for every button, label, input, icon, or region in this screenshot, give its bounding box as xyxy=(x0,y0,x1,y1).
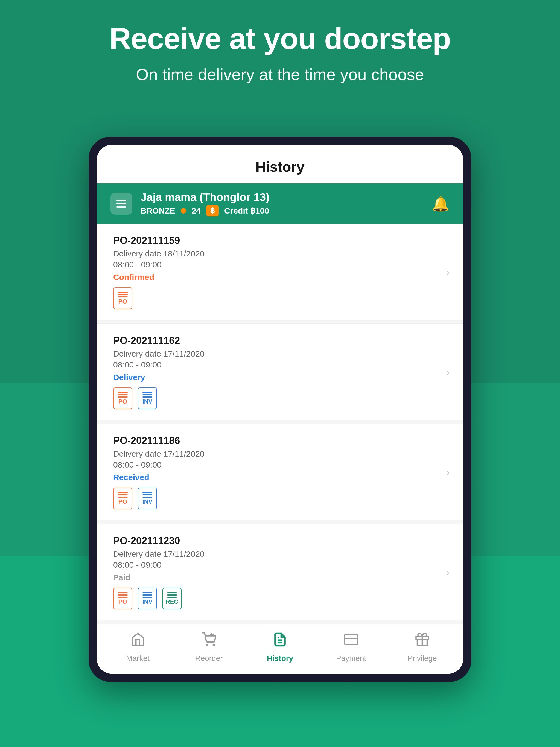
nav-item-history[interactable]: History xyxy=(255,632,305,663)
order-id: PO-202111159 xyxy=(113,235,447,247)
badge-bronze: BRONZE xyxy=(141,206,175,215)
order-id: PO-202111230 xyxy=(113,535,447,547)
order-item[interactable]: PO-202111230 Delivery date 17/11/2020 08… xyxy=(97,524,463,620)
order-time: 08:00 - 09:00 xyxy=(113,360,447,369)
order-status: Confirmed xyxy=(113,273,447,282)
home-icon xyxy=(130,632,145,650)
svg-point-0 xyxy=(206,644,208,646)
order-id: PO-202111186 xyxy=(113,435,447,446)
history-icon xyxy=(273,632,287,650)
doc-lines xyxy=(118,392,128,397)
chevron-right-icon: › xyxy=(446,466,450,479)
doc-lines xyxy=(167,592,177,598)
po-doc-icon[interactable]: PO xyxy=(113,588,132,610)
inv-doc-icon[interactable]: INV xyxy=(138,488,157,509)
doc-icons: PO INV xyxy=(113,588,447,610)
order-time: 08:00 - 09:00 xyxy=(113,460,447,469)
order-item[interactable]: PO-202111159 Delivery date 18/11/2020 08… xyxy=(97,224,463,320)
doc-label: PO xyxy=(119,398,127,405)
doc-label: REC xyxy=(166,599,178,605)
order-status: Received xyxy=(113,473,447,482)
doc-lines xyxy=(118,592,128,598)
app-title: History xyxy=(113,159,447,175)
nav-label-history: History xyxy=(267,654,293,663)
nav-item-payment[interactable]: Payment xyxy=(327,632,376,663)
doc-lines xyxy=(143,492,152,498)
store-meta: BRONZE 24 ฿ Credit ฿100 xyxy=(141,205,269,216)
doc-lines xyxy=(143,392,152,397)
doc-label: PO xyxy=(119,599,127,605)
credit-icon: ฿ xyxy=(206,205,219,216)
device-screen: History Jaja mama (Thonglor 13) BRONZE xyxy=(97,145,463,674)
nav-item-market[interactable]: Market xyxy=(113,632,162,663)
inv-doc-icon[interactable]: INV xyxy=(138,588,157,610)
svg-rect-4 xyxy=(344,635,358,644)
rec-doc-icon[interactable]: REC xyxy=(162,588,182,610)
doc-label: INV xyxy=(143,599,153,605)
inv-doc-icon[interactable]: INV xyxy=(138,387,157,409)
points-dot xyxy=(181,208,186,213)
svg-point-1 xyxy=(213,644,215,646)
store-bar-left: Jaja mama (Thonglor 13) BRONZE 24 ฿ Cred… xyxy=(110,191,269,216)
nav-item-privilege[interactable]: Privilege xyxy=(398,632,447,663)
payment-icon xyxy=(344,632,358,650)
points-value: 24 xyxy=(192,206,201,215)
nav-label-payment: Payment xyxy=(336,654,366,663)
po-doc-icon[interactable]: PO xyxy=(113,387,132,409)
hero-section: Receive at you doorstep On time delivery… xyxy=(0,22,560,86)
doc-label: PO xyxy=(119,499,127,505)
doc-icons: PO INV xyxy=(113,488,447,509)
menu-line-2 xyxy=(117,203,126,204)
chevron-right-icon: › xyxy=(446,266,450,278)
credit-label: Credit ฿100 xyxy=(224,206,269,215)
doc-lines xyxy=(118,492,128,498)
order-id: PO-202111162 xyxy=(113,335,447,346)
device-wrapper: History Jaja mama (Thonglor 13) BRONZE xyxy=(88,137,472,682)
order-status: Delivery xyxy=(113,373,447,382)
order-date: Delivery date 18/11/2020 xyxy=(113,249,447,258)
store-info: Jaja mama (Thonglor 13) BRONZE 24 ฿ Cred… xyxy=(141,191,269,216)
doc-label: INV xyxy=(143,398,153,405)
nav-label-privilege: Privilege xyxy=(407,654,437,663)
store-bar: Jaja mama (Thonglor 13) BRONZE 24 ฿ Cred… xyxy=(97,183,463,224)
doc-lines xyxy=(143,592,152,598)
hero-title: Receive at you doorstep xyxy=(0,22,560,55)
doc-icons: PO xyxy=(113,287,447,309)
reorder-icon xyxy=(202,632,216,650)
order-item[interactable]: PO-202111186 Delivery date 17/11/2020 08… xyxy=(97,424,463,520)
menu-line-1 xyxy=(117,200,126,201)
po-doc-icon[interactable]: PO xyxy=(113,488,132,509)
order-date: Delivery date 17/11/2020 xyxy=(113,449,447,459)
order-status: Paid xyxy=(113,573,447,582)
bottom-nav: Market Reorder History xyxy=(97,624,463,674)
order-time: 08:00 - 09:00 xyxy=(113,560,447,570)
doc-label: INV xyxy=(143,499,153,505)
hero-subtitle: On time delivery at the time you choose xyxy=(0,63,560,86)
order-date: Delivery date 17/11/2020 xyxy=(113,349,447,358)
nav-item-reorder[interactable]: Reorder xyxy=(184,632,233,663)
order-date: Delivery date 17/11/2020 xyxy=(113,549,447,559)
chevron-right-icon: › xyxy=(446,566,450,578)
notification-bell-icon[interactable]: 🔔 xyxy=(432,196,450,212)
order-time: 08:00 - 09:00 xyxy=(113,260,447,269)
privilege-icon xyxy=(415,632,430,650)
nav-label-market: Market xyxy=(126,654,150,663)
doc-label: PO xyxy=(119,299,127,305)
menu-line-3 xyxy=(117,206,126,208)
menu-button[interactable] xyxy=(110,193,132,215)
nav-label-reorder: Reorder xyxy=(195,654,223,663)
app-header: History xyxy=(97,145,463,183)
orders-list: PO-202111159 Delivery date 18/11/2020 08… xyxy=(97,224,463,620)
doc-lines xyxy=(118,292,128,298)
chevron-right-icon: › xyxy=(446,366,450,379)
doc-icons: PO INV xyxy=(113,387,447,409)
device-frame: History Jaja mama (Thonglor 13) BRONZE xyxy=(88,137,472,682)
store-name: Jaja mama (Thonglor 13) xyxy=(141,191,269,203)
order-item[interactable]: PO-202111162 Delivery date 17/11/2020 08… xyxy=(97,324,463,420)
po-doc-icon[interactable]: PO xyxy=(113,287,132,309)
